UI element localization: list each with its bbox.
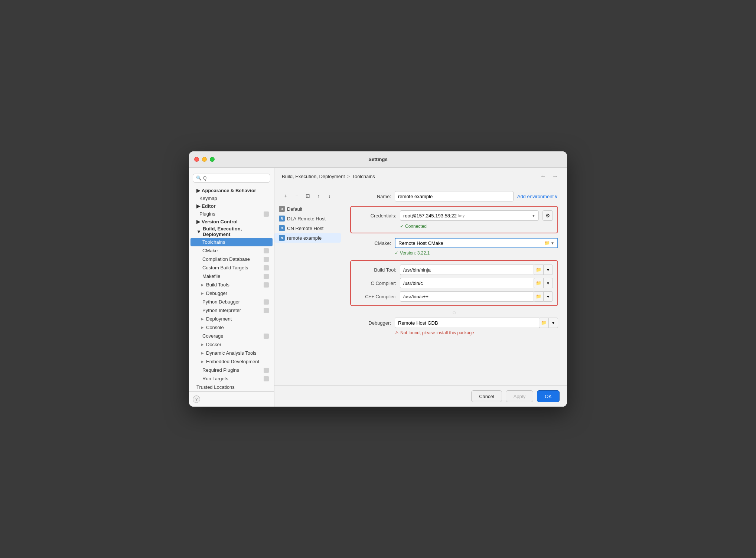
badge-icon	[264, 376, 269, 381]
remote-toolchain-icon: R	[279, 225, 285, 231]
key-badge: key	[458, 213, 465, 218]
sidebar-item-trusted-locations[interactable]: Trusted Locations	[190, 383, 273, 391]
toolchain-label: DLA Remote Host	[287, 216, 326, 221]
search-box[interactable]: 🔍	[193, 174, 270, 183]
sidebar-item-python-debugger[interactable]: Python Debugger	[190, 298, 273, 306]
apply-button[interactable]: Apply	[506, 390, 534, 402]
nav-back-button[interactable]: ←	[539, 172, 548, 180]
sidebar-item-embedded-dev[interactable]: ▶ Embedded Development	[190, 357, 273, 366]
cancel-button[interactable]: Cancel	[471, 390, 502, 402]
cpp-compiler-dropdown-button[interactable]: ▼	[543, 291, 553, 302]
chevron-right-icon: ▶	[201, 325, 204, 329]
sidebar-item-python-interpreter[interactable]: Python Interpreter	[190, 306, 273, 315]
search-input[interactable]	[203, 175, 267, 181]
build-tool-folder-button[interactable]: 📁	[534, 265, 543, 275]
cpp-compiler-folder-button[interactable]: 📁	[534, 291, 543, 302]
checkmark-icon: ✓	[400, 224, 404, 229]
toolchain-item-cn-remote[interactable]: R CN Remote Host	[274, 223, 341, 233]
name-label: Name:	[350, 194, 391, 199]
chevron-right-icon: ▶	[201, 360, 204, 364]
close-button[interactable]	[194, 157, 199, 162]
chevron-right-icon: ▶	[201, 291, 204, 295]
toolchain-item-dla-remote[interactable]: R DLA Remote Host	[274, 214, 341, 223]
sidebar-item-editor[interactable]: ▶ Editor	[190, 203, 273, 210]
badge-icon	[264, 257, 269, 262]
breadcrumb: Build, Execution, Deployment > Toolchain…	[282, 174, 375, 179]
sidebar-item-compilation-db[interactable]: Compilation Database	[190, 255, 273, 263]
version-checkmark-icon: ✓	[395, 250, 398, 256]
breadcrumb-nav: ← →	[539, 172, 560, 180]
sidebar-item-custom-build[interactable]: Custom Build Targets	[190, 263, 273, 272]
ok-button[interactable]: OK	[537, 390, 560, 402]
debugger-dropdown-button[interactable]: ▼	[548, 318, 558, 328]
cpp-compiler-input-group: /usr/bin/c++ 📁 ▼	[400, 291, 553, 302]
sidebar-item-debugger[interactable]: ▶ Debugger	[190, 289, 273, 298]
move-up-button[interactable]: ↑	[315, 191, 322, 201]
c-compiler-row: C Compiler: /usr/bin/c 📁 ▼	[355, 278, 553, 288]
cmake-row: CMake: Remote Host CMake 📁 ▼	[350, 238, 558, 248]
name-input[interactable]	[395, 191, 514, 201]
folder-icon: 📁	[544, 240, 550, 246]
window-title: Settings	[368, 157, 387, 162]
badge-icon	[264, 248, 269, 253]
sidebar-item-required-plugins[interactable]: Required Plugins	[190, 366, 273, 374]
cpp-compiler-row: C++ Compiler: /usr/bin/c++ 📁 ▼	[355, 291, 553, 302]
move-down-button[interactable]: ↓	[326, 191, 333, 201]
copy-toolchain-button[interactable]: ⊡	[304, 191, 312, 201]
debugger-input-group: Remote Host GDB 📁 ▼	[395, 318, 558, 328]
connected-label: Connected	[405, 224, 427, 229]
add-toolchain-button[interactable]: +	[282, 191, 290, 201]
sidebar-item-coverage[interactable]: Coverage	[190, 332, 273, 340]
dropdown-arrow-icon: ▼	[532, 214, 535, 218]
build-tool-dropdown-button[interactable]: ▼	[543, 265, 553, 275]
cmake-select[interactable]: Remote Host CMake 📁 ▼	[395, 238, 558, 248]
sidebar-item-makefile[interactable]: Makefile	[190, 272, 273, 280]
sidebar-item-build-tools[interactable]: ▶ Build Tools	[190, 280, 273, 289]
traffic-lights	[194, 157, 215, 162]
connected-status: ✓ Connected	[355, 224, 553, 229]
build-tool-value: /usr/bin/ninja	[400, 265, 534, 275]
sidebar-item-docker[interactable]: ▶ Docker	[190, 340, 273, 349]
sidebar-item-toolchains[interactable]: Toolchains	[190, 238, 273, 246]
sidebar-item-keymap[interactable]: Keymap	[190, 194, 273, 203]
breadcrumb-bar: Build, Execution, Deployment > Toolchain…	[274, 168, 567, 185]
debugger-value: Remote Host GDB	[395, 318, 539, 328]
toolchain-label: CN Remote Host	[287, 226, 323, 231]
name-row: Name: Add environment ∨	[350, 191, 558, 201]
sidebar-item-deployment[interactable]: ▶ Deployment	[190, 315, 273, 323]
sidebar-item-cmake[interactable]: CMake	[190, 246, 273, 255]
nav-forward-button[interactable]: →	[551, 172, 560, 180]
titlebar: Settings	[189, 151, 567, 168]
remote-toolchain-icon: R	[279, 235, 285, 241]
badge-icon	[264, 308, 269, 313]
c-compiler-input-group: /usr/bin/c 📁 ▼	[400, 278, 553, 288]
chevron-right-icon: ▶	[201, 351, 204, 355]
c-compiler-value: /usr/bin/c	[400, 278, 534, 288]
sidebar-item-plugins[interactable]: Plugins	[190, 210, 273, 218]
sidebar-item-dynamic-analysis[interactable]: ▶ Dynamic Analysis Tools	[190, 349, 273, 357]
c-compiler-folder-button[interactable]: 📁	[534, 278, 543, 288]
remove-toolchain-button[interactable]: −	[293, 191, 300, 201]
minimize-button[interactable]	[202, 157, 207, 162]
cmake-label: CMake:	[350, 240, 391, 246]
sidebar-item-version-control[interactable]: ▶ Version Control	[190, 218, 273, 225]
badge-icon	[264, 274, 269, 279]
maximize-button[interactable]	[210, 157, 215, 162]
toolchain-list-panel: + − ⊡ ↑ ↓ D Default R DLA Remote Host	[274, 185, 341, 385]
help-button[interactable]: ?	[193, 395, 200, 403]
gear-button[interactable]: ⚙	[542, 210, 553, 221]
build-tool-row: Build Tool: /usr/bin/ninja 📁 ▼	[355, 265, 553, 275]
sidebar-item-run-targets[interactable]: Run Targets	[190, 374, 273, 383]
sidebar-item-console[interactable]: ▶ Console	[190, 323, 273, 332]
toolchain-item-default[interactable]: D Default	[274, 204, 341, 214]
not-found-label: Not found, please install this package	[400, 330, 474, 335]
add-environment-button[interactable]: Add environment ∨	[517, 194, 558, 199]
credentials-label: Credentials:	[355, 213, 396, 219]
sidebar-item-appearance[interactable]: ▶ Appearance & Behavior	[190, 187, 273, 194]
toolchain-item-remote-example[interactable]: R remote example	[274, 233, 341, 243]
debugger-folder-button[interactable]: 📁	[539, 318, 548, 328]
sidebar-item-build-execution[interactable]: ▼ Build, Execution, Deployment	[190, 225, 273, 238]
credentials-select[interactable]: root@157.245.193.58:22 key ▼	[400, 210, 539, 221]
remote-toolchain-icon: R	[279, 216, 285, 221]
c-compiler-dropdown-button[interactable]: ▼	[543, 278, 553, 288]
